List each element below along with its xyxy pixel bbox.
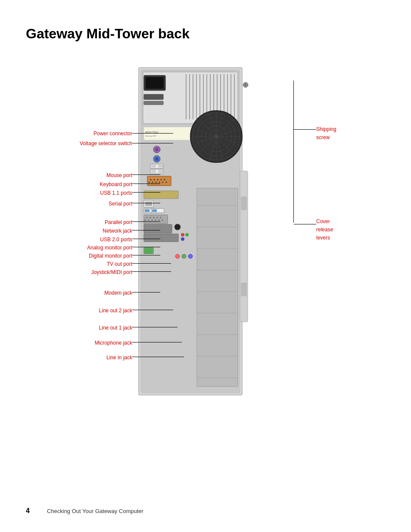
svg-rect-66 bbox=[144, 224, 172, 233]
svg-point-28 bbox=[155, 157, 159, 161]
svg-point-57 bbox=[153, 217, 155, 218]
line-cover-release bbox=[294, 224, 316, 224]
page-title: Gateway Mid-Tower back bbox=[26, 26, 385, 42]
svg-point-59 bbox=[160, 217, 162, 218]
svg-point-70 bbox=[185, 233, 189, 236]
svg-point-55 bbox=[146, 217, 148, 218]
line-voltage-selector bbox=[132, 143, 173, 143]
label-shipping-screw: Shippingscrew bbox=[316, 125, 336, 141]
label-line-in-jack: Line in jack bbox=[70, 353, 132, 361]
label-microphone-jack: Microphone jack bbox=[63, 339, 132, 346]
svg-rect-35 bbox=[147, 176, 171, 186]
svg-point-42 bbox=[152, 182, 153, 183]
svg-rect-30 bbox=[151, 165, 156, 168]
line-mouse-port bbox=[132, 174, 160, 175]
label-power-connector: Power connector bbox=[48, 129, 132, 137]
diagram-area: 00024775021 Gateway 2000 bbox=[27, 55, 384, 408]
line-shipping-screw-v bbox=[293, 81, 294, 223]
svg-rect-68 bbox=[144, 234, 178, 242]
line-network-jack bbox=[132, 230, 160, 230]
svg-point-99 bbox=[175, 254, 180, 258]
svg-point-63 bbox=[155, 220, 156, 221]
label-usb-2-0: USB 2.0 ports bbox=[70, 235, 132, 243]
svg-rect-34 bbox=[158, 170, 163, 173]
line-usb-2-0 bbox=[132, 239, 160, 239]
line-line-in-jack bbox=[132, 357, 184, 357]
svg-point-61 bbox=[148, 220, 149, 221]
svg-rect-53 bbox=[152, 209, 157, 212]
label-joystick-midi: Joystick/MIDI port bbox=[61, 268, 132, 276]
tower-illustration: 00024775021 Gateway 2000 bbox=[134, 63, 294, 410]
line-shipping-screw-h bbox=[294, 129, 316, 130]
line-line-out-2 bbox=[132, 310, 173, 310]
label-serial-port: Serial port bbox=[70, 199, 132, 207]
page-container: Gateway Mid-Tower back bbox=[0, 0, 411, 532]
line-joystick-midi bbox=[132, 271, 171, 272]
label-modem-jack: Modem jack bbox=[70, 289, 132, 296]
svg-point-62 bbox=[152, 220, 153, 221]
svg-point-60 bbox=[145, 220, 146, 221]
svg-rect-31 bbox=[158, 165, 163, 168]
svg-rect-51 bbox=[145, 209, 149, 212]
label-mouse-port: Mouse port bbox=[70, 171, 132, 179]
svg-rect-49 bbox=[145, 202, 152, 206]
svg-rect-19 bbox=[146, 77, 164, 89]
svg-point-39 bbox=[161, 179, 162, 180]
svg-rect-21 bbox=[144, 101, 163, 105]
label-digital-monitor: Digital monitor port bbox=[57, 252, 132, 259]
svg-point-64 bbox=[159, 220, 160, 221]
svg-point-43 bbox=[156, 182, 157, 183]
line-parallel-port bbox=[132, 221, 160, 222]
svg-rect-102 bbox=[240, 171, 248, 322]
footer: 4 Checking Out Your Gateway Computer bbox=[26, 507, 143, 515]
svg-text:Gateway 2000: Gateway 2000 bbox=[145, 135, 157, 137]
label-network-jack: Network jack bbox=[70, 227, 132, 234]
footer-text: Checking Out Your Gateway Computer bbox=[47, 508, 143, 514]
label-line-out-1: Line out 1 jack bbox=[65, 324, 132, 331]
svg-rect-20 bbox=[144, 94, 163, 100]
svg-point-44 bbox=[159, 182, 160, 183]
svg-rect-54 bbox=[144, 215, 168, 224]
svg-rect-33 bbox=[151, 170, 156, 173]
svg-point-40 bbox=[164, 179, 165, 180]
line-power-connector bbox=[132, 133, 173, 134]
svg-rect-98 bbox=[145, 249, 152, 253]
svg-point-65 bbox=[162, 220, 163, 221]
svg-rect-103 bbox=[241, 197, 246, 210]
line-tv-out bbox=[132, 263, 171, 264]
label-tv-out: TV out port bbox=[70, 260, 132, 268]
line-analog-monitor bbox=[132, 247, 160, 247]
label-cover-release: Coverreleaselevers bbox=[316, 217, 333, 241]
svg-point-58 bbox=[157, 217, 158, 218]
line-digital-monitor bbox=[132, 255, 160, 255]
label-line-out-2: Line out 2 jack bbox=[65, 306, 132, 314]
line-usb-1-1 bbox=[132, 192, 160, 193]
label-keyboard-port: Keyboard port bbox=[70, 180, 132, 188]
svg-point-56 bbox=[150, 217, 151, 218]
svg-rect-22 bbox=[144, 127, 193, 140]
svg-point-46 bbox=[166, 182, 167, 183]
svg-point-36 bbox=[150, 179, 152, 180]
line-microphone-jack bbox=[132, 342, 182, 342]
svg-point-71 bbox=[181, 237, 184, 241]
page-number: 4 bbox=[26, 507, 30, 515]
svg-point-41 bbox=[149, 182, 150, 183]
label-voltage-selector: Voltage selector switch bbox=[48, 139, 132, 147]
line-keyboard-port bbox=[132, 184, 160, 184]
svg-rect-72 bbox=[197, 188, 238, 386]
label-parallel-port: Parallel port bbox=[70, 218, 132, 226]
label-analog-monitor: Analog monitor port bbox=[57, 243, 132, 251]
svg-point-69 bbox=[181, 233, 184, 236]
svg-point-37 bbox=[154, 179, 155, 180]
line-serial-port bbox=[132, 203, 160, 203]
svg-point-101 bbox=[188, 254, 193, 258]
svg-point-38 bbox=[157, 179, 159, 180]
svg-rect-104 bbox=[241, 283, 246, 296]
svg-point-26 bbox=[155, 148, 159, 151]
line-line-out-1 bbox=[132, 327, 177, 327]
svg-point-45 bbox=[162, 182, 164, 183]
svg-point-67 bbox=[174, 224, 181, 230]
line-modem-jack bbox=[132, 292, 160, 292]
label-usb-1-1: USB 1.1 ports bbox=[70, 189, 132, 196]
svg-point-100 bbox=[182, 254, 186, 258]
